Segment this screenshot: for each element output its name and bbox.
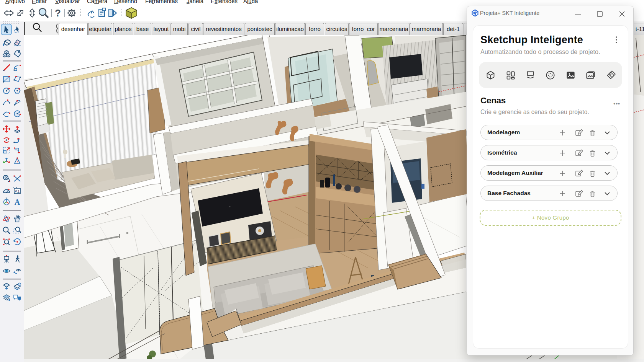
- svg-text:A: A: [15, 198, 20, 206]
- svg-text:C: C: [6, 197, 8, 199]
- svg-text:A1: A1: [15, 189, 20, 194]
- svg-text:?: ?: [55, 7, 61, 19]
